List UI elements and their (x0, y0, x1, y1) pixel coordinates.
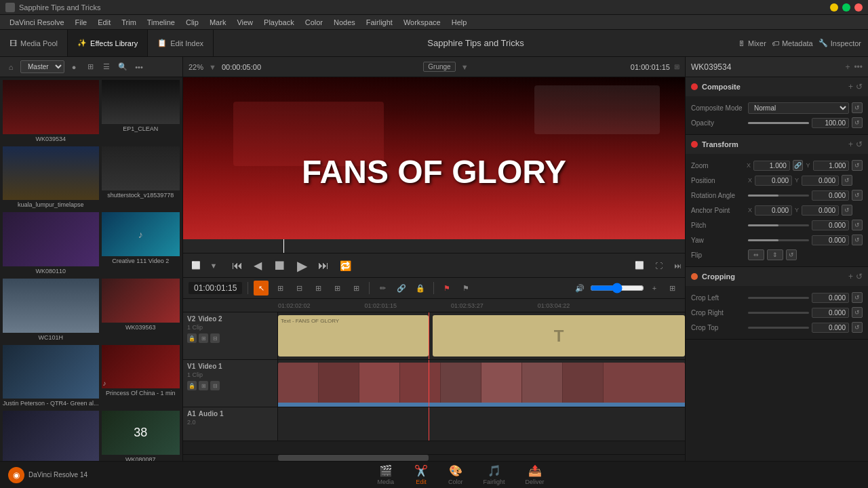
menu-fairlight[interactable]: Fairlight (361, 17, 398, 28)
cropping-add-btn[interactable]: + (848, 272, 853, 281)
flip-v-btn[interactable]: ⇕ (767, 249, 783, 260)
track-vis-icon[interactable]: ⊞ (199, 333, 208, 343)
section-header-composite[interactable]: Composite + ↺ (686, 77, 868, 96)
position-reset[interactable]: ↺ (842, 175, 852, 186)
zoom-link-btn[interactable]: 🔗 (793, 160, 804, 171)
menu-mark[interactable]: Mark (204, 17, 231, 28)
yaw-slider[interactable] (748, 239, 809, 241)
crop-top-reset[interactable]: ↺ (852, 322, 863, 333)
tab-deliver[interactable]: 📤 Deliver (526, 464, 545, 485)
track-vis-icon-v1[interactable]: ⊞ (199, 381, 208, 390)
maximize-btn[interactable] (842, 3, 850, 12)
transform-reset-btn[interactable]: ↺ (856, 140, 863, 149)
anchor-reset[interactable]: ↺ (842, 205, 852, 216)
menu-view[interactable]: View (231, 17, 258, 28)
tool-color-flag[interactable]: ⚑ (458, 281, 473, 296)
list-item[interactable]: kuala_lumpur_timelapse (3, 146, 99, 210)
panel-home-btn[interactable]: ⌂ (4, 60, 18, 74)
position-y-value[interactable]: 0.000 (802, 176, 839, 186)
tool-slip[interactable]: ⊞ (311, 281, 326, 296)
tab-color[interactable]: 🎨 Color (448, 464, 463, 485)
cropping-reset-btn[interactable]: ↺ (856, 272, 863, 281)
track-lock-icon[interactable]: 🔒 (187, 333, 197, 343)
crop-left-reset[interactable]: ↺ (852, 292, 863, 303)
list-item[interactable]: WK039563 (102, 279, 180, 342)
zoom-x-value[interactable]: 1.000 (753, 161, 790, 171)
playback-skip-start[interactable]: ⏮ (232, 260, 243, 272)
clip-text-before[interactable]: Text - FANS OF GLORY (278, 315, 429, 357)
preview-end-btn[interactable]: ⏭ (670, 258, 685, 273)
list-item[interactable]: ♪ Princess Of China - 1 min (102, 345, 180, 409)
zoom-y-value[interactable]: 1.000 (813, 161, 850, 171)
mixer-btn[interactable]: 🎚 Mixer (738, 39, 766, 47)
panel-list-btn[interactable]: ☰ (100, 60, 113, 74)
menu-help[interactable]: Help (446, 17, 473, 28)
clip-text-after[interactable]: T (433, 315, 685, 357)
crop-right-reset[interactable]: ↺ (852, 307, 863, 318)
playback-prev-frame[interactable]: ◀ (254, 259, 262, 272)
crop-top-slider[interactable] (748, 327, 809, 329)
window-controls[interactable] (830, 3, 863, 12)
menu-color[interactable]: Color (300, 17, 328, 28)
anchor-x-value[interactable]: 0.000 (755, 205, 792, 216)
yaw-reset[interactable]: ↺ (852, 235, 863, 245)
inspector-btn[interactable]: 🔧 Inspector (818, 39, 861, 47)
menu-davinci[interactable]: DaVinci Resolve (4, 17, 70, 28)
tool-zoom-in[interactable]: + (647, 281, 662, 296)
position-x-value[interactable]: 0.000 (755, 176, 792, 186)
menu-trim[interactable]: Trim (116, 17, 142, 28)
menu-timeline[interactable]: Timeline (142, 17, 180, 28)
composite-add-btn[interactable]: + (848, 82, 853, 92)
panel-search-btn[interactable]: 🔍 (116, 60, 130, 74)
track-audio-icon[interactable]: ⊟ (210, 333, 220, 343)
tab-effects-library[interactable]: ✨ Effects Library (68, 30, 148, 56)
preview-layout-btn[interactable]: ⬜ (632, 258, 647, 273)
composite-mode-select[interactable]: Normal (748, 102, 849, 114)
menu-edit[interactable]: Edit (92, 17, 116, 28)
flip-h-btn[interactable]: ⇔ (748, 249, 764, 260)
track-content-a1[interactable] (278, 407, 685, 441)
rotation-value[interactable]: 0.000 (812, 190, 849, 201)
pitch-reset[interactable]: ↺ (852, 220, 863, 230)
list-item[interactable]: 38 WK080087 (102, 411, 180, 461)
list-item[interactable]: WC101H (3, 279, 99, 342)
pitch-value[interactable]: 0.000 (812, 220, 849, 230)
track-audio-icon-v1[interactable]: ⊟ (210, 381, 220, 390)
minimize-btn[interactable] (830, 3, 838, 12)
transform-add-btn[interactable]: + (848, 140, 853, 149)
tool-flag[interactable]: ⚑ (439, 281, 454, 296)
preview-scrubber[interactable] (183, 239, 685, 253)
pitch-slider[interactable] (748, 224, 809, 226)
playback-play[interactable]: ▶ (297, 258, 307, 274)
opacity-value[interactable]: 100.00 (812, 118, 849, 128)
tab-fairlight[interactable]: 🎵 Fairlight (484, 464, 505, 485)
crop-right-slider[interactable] (748, 312, 809, 314)
list-item[interactable]: shutterstock_v18539778 (102, 146, 180, 210)
anchor-y-value[interactable]: 0.000 (802, 205, 839, 216)
tab-media[interactable]: 🎬 Media (378, 464, 395, 485)
opacity-reset[interactable]: ↺ (852, 117, 863, 128)
list-item[interactable]: WK039534 (3, 80, 99, 144)
tool-dynamic[interactable]: ⊞ (330, 281, 344, 296)
inspector-add-btn[interactable]: + (845, 62, 850, 72)
tab-edit-index[interactable]: 📋 Edit Index (148, 30, 214, 56)
playback-stop[interactable]: ⏹ (273, 258, 286, 273)
tool-transform[interactable]: ⊞ (349, 281, 363, 296)
timeline-scrollbar[interactable] (183, 454, 685, 461)
section-header-cropping[interactable]: Cropping + ↺ (686, 267, 868, 286)
list-item[interactable]: EP1_CLEAN (102, 80, 180, 144)
menu-nodes[interactable]: Nodes (328, 17, 361, 28)
metadata-btn[interactable]: 🏷 Metadata (772, 39, 813, 47)
list-item[interactable]: WK080110 (3, 212, 99, 276)
clip-v1[interactable] (278, 363, 685, 404)
inspector-menu-btn[interactable]: ••• (854, 62, 863, 72)
tool-lock[interactable]: 🔒 (413, 281, 428, 296)
tab-media-pool[interactable]: 🎞 Media Pool (0, 30, 68, 56)
menu-workspace[interactable]: Workspace (398, 17, 446, 28)
zoom-reset[interactable]: ↺ (852, 160, 863, 171)
grunge-badge[interactable]: Grunge (423, 62, 455, 72)
preview-full-btn[interactable]: ⛶ (651, 258, 666, 273)
crop-right-value[interactable]: 0.000 (812, 308, 849, 318)
tool-blade[interactable]: ⊟ (292, 281, 307, 296)
crop-left-slider[interactable] (748, 297, 809, 299)
